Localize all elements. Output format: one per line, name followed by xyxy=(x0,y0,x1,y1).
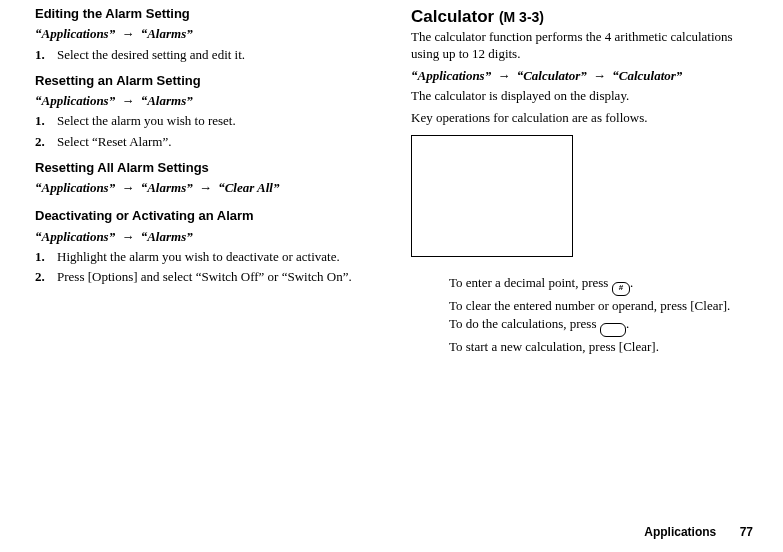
list-item: 1. Select the desired setting and edit i… xyxy=(35,47,375,63)
note-new-calc: To start a new calculation, press [Clear… xyxy=(449,339,751,355)
crumb-item: “Alarms” xyxy=(141,26,193,41)
note-text: To enter a decimal point, press xyxy=(449,275,612,290)
page: Editing the Alarm Setting “Applications”… xyxy=(0,0,783,552)
step-text: Select the alarm you wish to reset. xyxy=(57,113,236,128)
step-text: Select the desired setting and edit it. xyxy=(57,47,245,62)
crumb-item: “Alarms” xyxy=(141,93,193,108)
hash-key-icon: # xyxy=(612,282,630,296)
crumb-item: “Clear All” xyxy=(218,180,279,195)
heading-text: Calculator xyxy=(411,7,494,26)
crumb-item: “Applications” xyxy=(411,68,491,83)
step-number: 2. xyxy=(35,269,45,285)
arrow-icon: → xyxy=(196,180,215,195)
page-footer: Applications 77 xyxy=(644,525,753,540)
note-text: To do the calculations, press xyxy=(449,316,600,331)
step-number: 1. xyxy=(35,249,45,265)
heading-reset-all: Resetting All Alarm Settings xyxy=(35,160,375,176)
breadcrumb-edit: “Applications” → “Alarms” xyxy=(35,26,375,42)
footer-section: Applications xyxy=(644,525,716,539)
note-decimal: To enter a decimal point, press #. xyxy=(449,275,751,296)
note-text: . xyxy=(626,316,629,331)
crumb-item: “Applications” xyxy=(35,26,115,41)
step-text: Highlight the alarm you wish to deactiva… xyxy=(57,249,340,264)
arrow-icon: → xyxy=(590,68,609,83)
crumb-item: “Applications” xyxy=(35,93,115,108)
crumb-item: “Calculator” xyxy=(517,68,587,83)
step-number: 1. xyxy=(35,113,45,129)
note-calc: To do the calculations, press . xyxy=(449,316,751,337)
center-key-icon xyxy=(600,323,626,337)
list-item: 2. Select “Reset Alarm”. xyxy=(35,134,375,150)
arrow-icon: → xyxy=(118,229,137,244)
list-item: 1. Select the alarm you wish to reset. xyxy=(35,113,375,129)
note-clear: To clear the entered number or operand, … xyxy=(449,298,751,314)
note-text: . xyxy=(630,275,633,290)
two-column-layout: Editing the Alarm Setting “Applications”… xyxy=(35,6,753,357)
breadcrumb-reset-all: “Applications” → “Alarms” → “Clear All” xyxy=(35,180,375,196)
step-text: Select “Reset Alarm”. xyxy=(57,134,171,149)
right-column: Calculator (M 3-3) The calculator functi… xyxy=(411,6,751,357)
calc-notes: To enter a decimal point, press #. To cl… xyxy=(449,275,751,356)
calc-line2: Key operations for calculation are as fo… xyxy=(411,110,751,126)
list-item: 2. Press [Options] and select “Switch Of… xyxy=(35,269,375,285)
steps-reset: 1. Select the alarm you wish to reset. 2… xyxy=(35,113,375,150)
breadcrumb-calc: “Applications” → “Calculator” → “Calcula… xyxy=(411,68,751,84)
arrow-icon: → xyxy=(118,26,137,41)
step-number: 1. xyxy=(35,47,45,63)
breadcrumb-reset: “Applications” → “Alarms” xyxy=(35,93,375,109)
heading-reset-alarm: Resetting an Alarm Setting xyxy=(35,73,375,89)
crumb-item: “Calculator” xyxy=(612,68,682,83)
footer-page: 77 xyxy=(740,525,753,539)
arrow-icon: → xyxy=(118,180,137,195)
calc-line1: The calculator is displayed on the displ… xyxy=(411,88,751,104)
breadcrumb-deactivate: “Applications” → “Alarms” xyxy=(35,229,375,245)
crumb-item: “Applications” xyxy=(35,180,115,195)
heading-calculator: Calculator (M 3-3) xyxy=(411,6,751,27)
step-number: 2. xyxy=(35,134,45,150)
heading-deactivate: Deactivating or Activating an Alarm xyxy=(35,208,375,224)
heading-editing-alarm: Editing the Alarm Setting xyxy=(35,6,375,22)
arrow-icon: → xyxy=(118,93,137,108)
arrow-icon: → xyxy=(494,68,513,83)
steps-edit: 1. Select the desired setting and edit i… xyxy=(35,47,375,63)
step-text: Press [Options] and select “Switch Off” … xyxy=(57,269,352,284)
crumb-item: “Alarms” xyxy=(141,180,193,195)
crumb-item: “Applications” xyxy=(35,229,115,244)
left-column: Editing the Alarm Setting “Applications”… xyxy=(35,6,375,357)
menu-ref: (M 3-3) xyxy=(499,9,544,25)
calculator-figure-placeholder xyxy=(411,135,573,257)
steps-deactivate: 1. Highlight the alarm you wish to deact… xyxy=(35,249,375,286)
calc-intro: The calculator function performs the 4 a… xyxy=(411,29,751,62)
list-item: 1. Highlight the alarm you wish to deact… xyxy=(35,249,375,265)
crumb-item: “Alarms” xyxy=(141,229,193,244)
